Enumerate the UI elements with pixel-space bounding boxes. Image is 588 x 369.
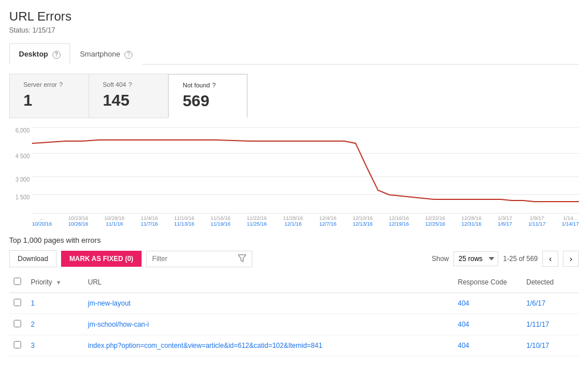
table-row: 2 jm-school/how-can-i 404 1/11/17 — [9, 314, 579, 335]
row-2-detected: 1/11/17 — [522, 314, 579, 335]
tab-desktop-label: Desktop — [19, 50, 48, 58]
soft-404-value: 145 — [103, 91, 154, 110]
show-rows: Show 25 rows 50 rows 100 rows 1-25 of 56… — [432, 251, 579, 267]
row-2-checkbox[interactable] — [14, 320, 21, 327]
x-label-13: 1/3/17 1/6/17 — [498, 215, 512, 227]
row-3-priority: 3 — [26, 335, 83, 356]
server-error-card[interactable]: Server error ? 1 — [9, 74, 89, 118]
y-label-6000: 6,000 — [15, 127, 30, 134]
y-label-4500: 4 500 — [15, 153, 30, 159]
chart-wrapper: 6,000 4 500 3 000 1 500 — [9, 127, 579, 213]
table-header-detected: Detected — [522, 272, 579, 293]
row-3-checkbox[interactable] — [14, 341, 21, 348]
filter-icon — [238, 254, 246, 264]
x-label-8: 12/4/16 12/7/16 — [319, 215, 336, 227]
x-label-0: ... 10/20/16 — [32, 215, 52, 227]
filter-container — [146, 251, 252, 267]
row-1-priority-link[interactable]: 1 — [31, 299, 35, 307]
mark-fixed-button[interactable]: MARK AS FIXED (0) — [61, 251, 141, 267]
x-label-14: 1/9/17 1/11/17 — [528, 215, 545, 227]
row-2-url-link[interactable]: jm-school/how-can-i — [88, 320, 149, 328]
show-label: Show — [432, 255, 449, 263]
row-3-url-link[interactable]: index.php?option=com_content&view=articl… — [88, 342, 323, 350]
soft-404-help-icon[interactable]: ? — [128, 81, 132, 88]
x-label-15: 1/14... 1/14/17 — [562, 215, 579, 227]
table-header-url: URL — [83, 272, 453, 293]
table-row: 3 index.php?option=com_content&view=arti… — [9, 335, 579, 356]
not-found-label: Not found ? — [183, 82, 233, 89]
tabs-container: Desktop ? Smartphone ? — [9, 43, 579, 65]
row-1-check — [9, 293, 26, 314]
row-1-url: jm-new-layout — [83, 293, 453, 314]
x-label-5: 11/16/16 11/19/16 — [211, 215, 231, 227]
row-3-url: index.php?option=com_content&view=articl… — [83, 335, 453, 356]
row-3-detected: 1/10/17 — [522, 335, 579, 356]
row-2-check — [9, 314, 26, 335]
not-found-value: 569 — [183, 92, 233, 110]
x-label-12: 12/28/16 12/31/16 — [461, 215, 481, 227]
x-label-2: 10/29/16 11/1/16 — [104, 215, 124, 227]
smartphone-help-icon[interactable]: ? — [124, 51, 132, 59]
table-header-response: Response Code — [453, 272, 522, 293]
y-label-1500: 1 500 — [15, 194, 30, 200]
row-1-detected: 1/6/17 — [522, 293, 579, 314]
desktop-help-icon[interactable]: ? — [53, 51, 61, 59]
x-label-10: 12/16/16 12/19/16 — [389, 215, 409, 227]
pagination-prev[interactable]: ‹ — [542, 251, 558, 267]
svg-marker-0 — [238, 255, 246, 262]
soft-404-label: Soft 404 ? — [103, 81, 154, 88]
row-2-url: jm-school/how-can-i — [83, 314, 453, 335]
row-2-priority: 2 — [26, 314, 83, 335]
server-error-help-icon[interactable]: ? — [59, 81, 63, 88]
row-3-priority-link[interactable]: 3 — [31, 342, 35, 350]
chart-svg — [32, 127, 579, 213]
row-2-response: 404 — [453, 314, 522, 335]
toolbar: Download MARK AS FIXED (0) Show 25 rows … — [9, 250, 579, 267]
data-table: Priority ▼ URL Response Code Detected 1 … — [9, 272, 579, 356]
x-label-11: 12/22/16 12/25/16 — [425, 215, 445, 227]
row-3-response: 404 — [453, 335, 522, 356]
row-1-response: 404 — [453, 293, 522, 314]
y-label-3000: 3 000 — [15, 177, 30, 183]
soft-404-card[interactable]: Soft 404 ? 145 — [88, 74, 168, 118]
chart-area — [32, 127, 579, 213]
section-title: Top 1,000 pages with errors — [9, 236, 579, 244]
page-status: Status: 1/15/17 — [9, 26, 579, 34]
x-label-9: 12/10/16 12/13/16 — [353, 215, 373, 227]
row-1-checkbox[interactable] — [14, 299, 21, 306]
row-3-check — [9, 335, 26, 356]
table-header-priority[interactable]: Priority ▼ — [26, 272, 83, 293]
table-header-check — [9, 272, 26, 293]
chart-x-labels: ... 10/20/16 10/23/16 10/26/16 10/29/16 … — [32, 215, 579, 227]
server-error-label: Server error ? — [23, 81, 75, 88]
row-1-priority: 1 — [26, 293, 83, 314]
row-2-priority-link[interactable]: 2 — [31, 320, 35, 328]
tab-smartphone-label: Smartphone — [80, 50, 120, 58]
x-label-4: 11/10/16 11/13/16 — [174, 215, 194, 227]
tab-smartphone[interactable]: Smartphone ? — [70, 43, 142, 65]
page-title: URL Errors — [9, 9, 579, 24]
select-all-checkbox[interactable] — [14, 278, 21, 285]
row-1-url-link[interactable]: jm-new-layout — [88, 299, 131, 307]
download-button[interactable]: Download — [9, 250, 57, 267]
x-label-7: 11/28/16 12/1/16 — [283, 215, 303, 227]
server-error-value: 1 — [23, 91, 75, 110]
x-label-6: 11/22/16 11/25/16 — [247, 215, 267, 227]
not-found-card[interactable]: Not found ? 569 — [168, 74, 248, 118]
error-cards: Server error ? 1 Soft 404 ? 145 Not foun… — [9, 74, 579, 118]
x-label-1: 10/23/16 10/26/16 — [69, 215, 88, 227]
pagination-text: 1-25 of 569 — [503, 255, 538, 263]
filter-input[interactable] — [152, 255, 238, 263]
x-label-3: 11/4/16 11/7/16 — [141, 215, 158, 227]
priority-sort-icon: ▼ — [56, 279, 62, 286]
pagination-next[interactable]: › — [563, 251, 579, 267]
tab-desktop[interactable]: Desktop ? — [9, 43, 70, 65]
not-found-help-icon[interactable]: ? — [212, 82, 216, 89]
rows-select[interactable]: 25 rows 50 rows 100 rows — [453, 251, 498, 266]
table-row: 1 jm-new-layout 404 1/6/17 — [9, 293, 579, 314]
